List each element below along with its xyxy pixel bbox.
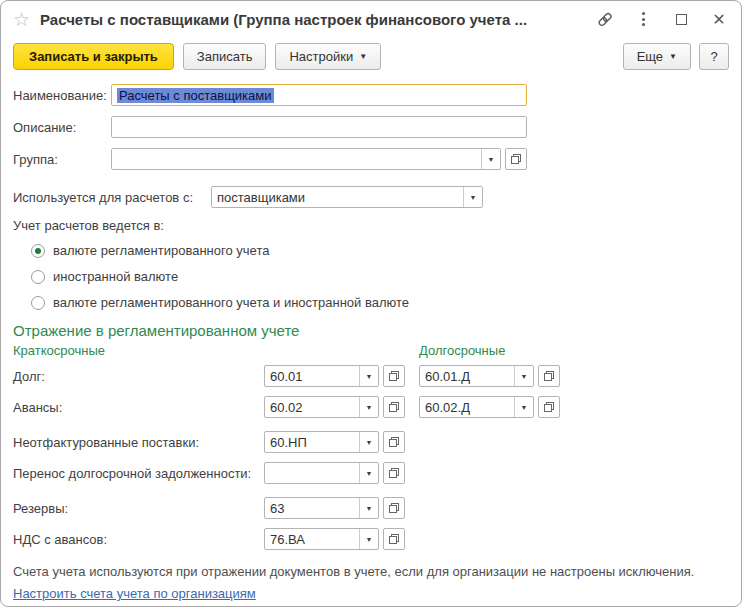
- reserves-choose-button[interactable]: [383, 497, 405, 519]
- transfer-combo[interactable]: [264, 462, 379, 484]
- dropdown-arrow-icon[interactable]: [359, 432, 378, 452]
- toolbar: Записать и закрыть Записать Настройки Ещ…: [1, 37, 741, 80]
- used-for-combo[interactable]: поставщиками: [211, 186, 483, 208]
- reserves-combo[interactable]: 63: [264, 497, 379, 519]
- description-field-label: Описание:: [13, 120, 111, 135]
- transfer-choose-button[interactable]: [383, 462, 405, 484]
- dropdown-arrow-icon[interactable]: [359, 397, 378, 417]
- maximize-icon[interactable]: [673, 11, 689, 27]
- account-row-label: Долг:: [13, 369, 264, 384]
- account-row-label: Авансы:: [13, 400, 264, 415]
- combo-value: 60.01.Д: [420, 366, 514, 386]
- title-bar: Расчеты с поставщиками (Группа настроек …: [1, 1, 741, 37]
- combo-value: 60.01: [265, 366, 359, 386]
- chevron-down-icon: [669, 53, 677, 61]
- dropdown-arrow-icon[interactable]: [359, 498, 378, 518]
- name-input[interactable]: Расчеты с поставщиками: [111, 84, 527, 106]
- radio-regulated-currency[interactable]: валюте регламентированного учета: [31, 243, 729, 258]
- close-icon[interactable]: [711, 11, 727, 27]
- account-row-reserves: Резервы: 63: [13, 497, 729, 519]
- uninvoiced-choose-button[interactable]: [383, 431, 405, 453]
- more-menu-icon[interactable]: [635, 11, 651, 27]
- account-row-transfer: Перенос долгосрочной задолженности:: [13, 462, 729, 484]
- name-field-label: Наименование:: [13, 88, 111, 103]
- combo-value: 60.02.Д: [420, 397, 514, 417]
- dropdown-arrow-icon[interactable]: [359, 463, 378, 483]
- save-and-close-button[interactable]: Записать и закрыть: [13, 43, 174, 70]
- radio-both-currencies[interactable]: валюте регламентированного учета и иност…: [31, 295, 729, 310]
- combo-value: [265, 463, 359, 483]
- radio-label: валюте регламентированного учета и иност…: [53, 295, 409, 310]
- chevron-down-icon: [359, 53, 367, 61]
- vat-advances-choose-button[interactable]: [383, 528, 405, 550]
- name-input-selected-text: Расчеты с поставщиками: [117, 88, 274, 103]
- configure-accounts-link[interactable]: Настроить счета учета по организациям: [13, 586, 256, 601]
- account-row-label: НДС с авансов:: [13, 532, 264, 547]
- used-for-field-label: Используется для расчетов с:: [13, 190, 211, 205]
- group-combo-value: [112, 149, 481, 169]
- group-choose-button[interactable]: [505, 148, 527, 170]
- account-row-vat-advances: НДС с авансов: 76.ВА: [13, 528, 729, 550]
- settings-button[interactable]: Настройки: [275, 43, 381, 70]
- dropdown-arrow-icon[interactable]: [514, 397, 533, 417]
- combo-value: 63: [265, 498, 359, 518]
- footer-note: Счета учета используются при отражении д…: [13, 564, 729, 579]
- radio-button-icon: [31, 244, 45, 258]
- radio-button-icon: [31, 296, 45, 310]
- more-button-label: Еще: [637, 49, 663, 64]
- settings-button-label: Настройки: [289, 49, 353, 64]
- account-row-advances: Авансы: 60.02 60.02.Д: [13, 396, 729, 418]
- account-row-uninvoiced: Неотфактурованные поставки: 60.НП: [13, 431, 729, 453]
- dropdown-arrow-icon[interactable]: [514, 366, 533, 386]
- advances-short-combo[interactable]: 60.02: [264, 396, 379, 418]
- window: Расчеты с поставщиками (Группа настроек …: [0, 0, 742, 607]
- radio-foreign-currency[interactable]: иностранной валюте: [31, 269, 729, 284]
- reflection-section-title: Отражение в регламентированном учете: [13, 322, 729, 339]
- dropdown-arrow-icon[interactable]: [481, 149, 500, 169]
- account-row-label: Резервы:: [13, 501, 264, 516]
- advances-short-choose-button[interactable]: [383, 396, 405, 418]
- save-button[interactable]: Записать: [183, 43, 267, 70]
- combo-value: 76.ВА: [265, 529, 359, 549]
- debt-short-combo[interactable]: 60.01: [264, 365, 379, 387]
- debt-long-choose-button[interactable]: [538, 365, 560, 387]
- combo-value: 60.НП: [265, 432, 359, 452]
- form: Наименование: Расчеты с поставщиками Опи…: [1, 80, 741, 601]
- account-row-label: Перенос долгосрочной задолженности:: [13, 466, 264, 481]
- long-term-column-header: Долгосрочные: [419, 343, 505, 358]
- account-row-label: Неотфактурованные поставки:: [13, 435, 264, 450]
- vat-advances-combo[interactable]: 76.ВА: [264, 528, 379, 550]
- more-button[interactable]: Еще: [623, 43, 691, 70]
- description-input[interactable]: [111, 116, 527, 138]
- short-term-column-header: Краткосрочные: [13, 343, 419, 358]
- uninvoiced-combo[interactable]: 60.НП: [264, 431, 379, 453]
- dropdown-arrow-icon[interactable]: [359, 529, 378, 549]
- used-for-combo-value: поставщиками: [212, 187, 463, 207]
- link-icon[interactable]: [597, 11, 613, 27]
- window-title: Расчеты с поставщиками (Группа настроек …: [40, 11, 527, 28]
- radio-label: иностранной валюте: [53, 269, 178, 284]
- group-field-label: Группа:: [13, 152, 111, 167]
- advances-long-choose-button[interactable]: [538, 396, 560, 418]
- radio-label: валюте регламентированного учета: [53, 243, 269, 258]
- group-combo[interactable]: [111, 148, 501, 170]
- dropdown-arrow-icon[interactable]: [359, 366, 378, 386]
- dropdown-arrow-icon[interactable]: [463, 187, 482, 207]
- account-row-debt: Долг: 60.01 60.01.Д: [13, 365, 729, 387]
- help-button[interactable]: ?: [699, 43, 729, 70]
- radio-button-icon: [31, 270, 45, 284]
- favorite-star-icon[interactable]: [13, 10, 30, 29]
- combo-value: 60.02: [265, 397, 359, 417]
- currency-section-label: Учет расчетов ведется в:: [13, 218, 729, 233]
- debt-short-choose-button[interactable]: [383, 365, 405, 387]
- advances-long-combo[interactable]: 60.02.Д: [419, 396, 534, 418]
- debt-long-combo[interactable]: 60.01.Д: [419, 365, 534, 387]
